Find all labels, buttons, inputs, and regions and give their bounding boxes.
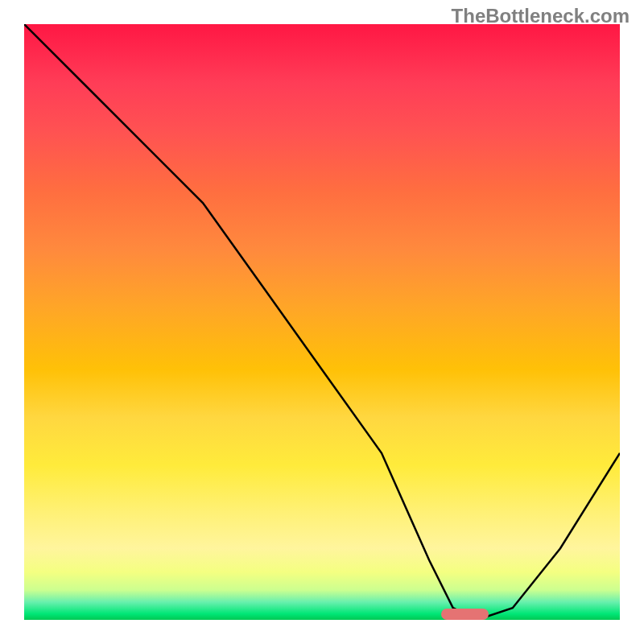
- chart-plot-area: [24, 24, 620, 620]
- chart-line-layer: [24, 24, 620, 620]
- watermark-text: TheBottleneck.com: [452, 5, 630, 27]
- optimal-range-marker: [441, 609, 489, 620]
- bottleneck-curve: [24, 24, 620, 620]
